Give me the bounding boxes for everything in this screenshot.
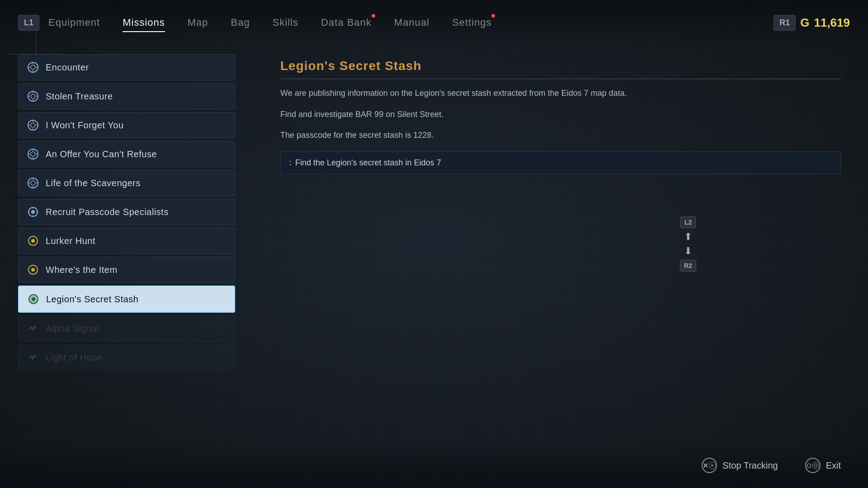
wont-forget-label: I Won't Forget You xyxy=(46,120,124,131)
scroll-down-arrow: ⬇ xyxy=(684,245,692,257)
scroll-controls: L2 ⬆ ⬇ R2 xyxy=(680,216,696,272)
detail-title: Legion's Secret Stash xyxy=(280,59,841,79)
nav-manual[interactable]: Manual xyxy=(394,17,429,28)
light-of-hope-icon xyxy=(27,351,39,364)
svg-point-19 xyxy=(31,152,35,156)
offer-icon xyxy=(27,148,39,160)
svg-point-7 xyxy=(31,94,35,99)
mission-item-passcode[interactable]: Recruit Passcode Specialists xyxy=(18,199,235,225)
lurker-label: Lurker Hunt xyxy=(46,236,95,246)
lurker-icon xyxy=(27,235,39,247)
mission-item-offer[interactable]: An Offer You Can't Refuse xyxy=(18,141,235,167)
secret-stash-icon xyxy=(27,293,40,305)
alpha-signal-label: Alpha Signal xyxy=(46,324,99,334)
svg-point-13 xyxy=(31,123,35,127)
nav-map[interactable]: Map xyxy=(188,17,208,28)
main-content: Encounter Stolen Treasure xyxy=(0,45,868,443)
offer-label: An Offer You Can't Refuse xyxy=(46,149,157,160)
detail-para-2: Find and investigate BAR 99 on Silent St… xyxy=(280,108,841,122)
objective-icon: :: xyxy=(289,158,290,168)
passcode-label: Recruit Passcode Specialists xyxy=(46,207,169,217)
svg-point-42 xyxy=(814,464,817,467)
mission-item-scavengers[interactable]: Life of the Scavengers xyxy=(18,170,235,196)
secret-stash-label: Legion's Secret Stash xyxy=(46,294,138,305)
mission-item-light-of-hope[interactable]: Light of Hope xyxy=(18,344,235,371)
item-icon xyxy=(27,263,39,276)
svg-point-37 xyxy=(32,297,35,301)
stolen-treasure-label: Stolen Treasure xyxy=(46,91,113,102)
nav-missions[interactable]: Missions xyxy=(123,17,165,28)
exit-action[interactable]: Exit xyxy=(805,458,841,473)
mission-item-encounter[interactable]: Encounter xyxy=(18,54,235,80)
objective-text: Find the Legion's secret stash in Eidos … xyxy=(295,158,441,168)
passcode-icon xyxy=(27,206,39,218)
currency-value: 11,619 xyxy=(814,16,850,30)
exit-label: Exit xyxy=(826,460,841,471)
top-navigation: L1 Equipment Missions Map Bag Skills Dat… xyxy=(0,0,868,45)
item-label: Where's the Item xyxy=(46,265,118,275)
wont-forget-icon xyxy=(27,119,39,131)
nav-bag[interactable]: Bag xyxy=(231,17,250,28)
encounter-label: Encounter xyxy=(46,62,89,73)
alpha-signal-icon xyxy=(27,322,39,335)
detail-para-1: We are publishing information on the Leg… xyxy=(280,86,841,100)
stop-tracking-label: Stop Tracking xyxy=(722,460,778,471)
currency-display: G 11,619 xyxy=(800,16,850,30)
svg-point-35 xyxy=(31,268,35,272)
svg-point-25 xyxy=(31,181,35,185)
nav-databank[interactable]: Data Bank xyxy=(321,17,372,28)
scavengers-icon xyxy=(27,177,39,189)
detail-description: We are publishing information on the Leg… xyxy=(280,86,841,142)
mission-detail-panel: Legion's Secret Stash We are publishing … xyxy=(253,45,868,443)
nav-items: Equipment Missions Map Bag Skills Data B… xyxy=(48,17,774,28)
mission-item-wont-forget[interactable]: I Won't Forget You xyxy=(18,112,235,138)
stolen-treasure-icon xyxy=(27,90,39,103)
encounter-icon xyxy=(27,61,39,74)
svg-point-41 xyxy=(812,462,819,469)
mission-item-item[interactable]: Where's the Item xyxy=(18,257,235,283)
mission-item-alpha-signal[interactable]: Alpha Signal xyxy=(18,315,235,342)
databank-dot xyxy=(372,14,375,18)
svg-point-31 xyxy=(31,210,35,214)
scroll-down-badge[interactable]: R2 xyxy=(680,260,696,272)
r1-badge[interactable]: R1 xyxy=(774,15,796,31)
scroll-up-badge[interactable]: L2 xyxy=(680,216,696,228)
mission-list-panel: Encounter Stolen Treasure xyxy=(0,45,253,443)
svg-point-33 xyxy=(31,239,35,243)
mission-item-secret-stash[interactable]: Legion's Secret Stash xyxy=(18,286,235,313)
nav-equipment[interactable]: Equipment xyxy=(48,17,100,28)
exit-badge xyxy=(805,458,821,473)
mission-objective: :: Find the Legion's secret stash in Eid… xyxy=(280,151,841,174)
l1-badge[interactable]: L1 xyxy=(18,15,39,31)
bottom-bar: Stop Tracking Exit xyxy=(0,443,868,488)
stop-tracking-action[interactable]: Stop Tracking xyxy=(702,458,778,473)
settings-dot xyxy=(491,14,495,18)
mission-item-lurker[interactable]: Lurker Hunt xyxy=(18,228,235,254)
scavengers-label: Life of the Scavengers xyxy=(46,178,141,188)
svg-point-1 xyxy=(31,65,35,70)
currency-symbol: G xyxy=(800,16,809,30)
mission-item-stolen-treasure[interactable]: Stolen Treasure xyxy=(18,83,235,109)
scroll-up-arrow: ⬆ xyxy=(684,231,692,243)
detail-para-3: The passcode for the secret stash is 122… xyxy=(280,128,841,142)
nav-settings[interactable]: Settings xyxy=(452,17,492,28)
nav-skills[interactable]: Skills xyxy=(273,17,298,28)
light-of-hope-label: Light of Hope xyxy=(46,352,102,363)
stop-tracking-badge xyxy=(702,458,717,473)
